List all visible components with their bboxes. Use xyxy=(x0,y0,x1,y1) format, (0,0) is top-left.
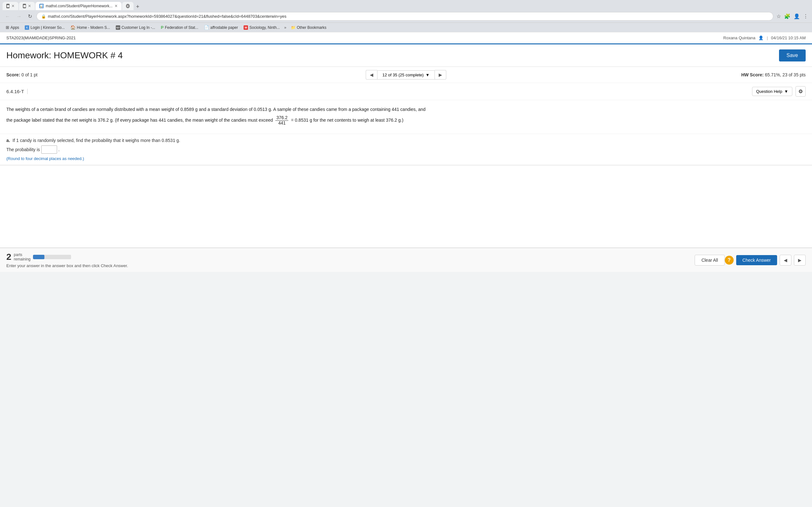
fraction-denominator: 441 xyxy=(277,121,287,125)
question-header: 6.4.16-T Question Help ▼ ⚙ xyxy=(0,83,812,100)
address-bar-icons: ☆ 🧩 👤 ⋮ xyxy=(776,13,809,20)
bookmark-apps[interactable]: ⊞ Apps xyxy=(3,24,21,31)
bookmark-affrodable[interactable]: 📄 affrodable paper xyxy=(201,24,241,31)
bookmark-sociology[interactable]: M Sociology, Ninth... xyxy=(241,24,282,31)
bookmark-kinnser-label: Login | Kinnser So... xyxy=(31,25,65,30)
apps-icon: ⊞ xyxy=(6,25,9,30)
part-a-question: If 1 candy is randomly selected, find th… xyxy=(13,138,180,143)
reload-button[interactable]: ↻ xyxy=(26,13,34,20)
question-text-line2: the package label stated that the net we… xyxy=(6,115,806,125)
fraction-numerator: 376.2 xyxy=(275,115,288,120)
question-help-button[interactable]: Question Help ▼ xyxy=(752,87,792,96)
score-label: Score: xyxy=(6,72,20,77)
tab-4[interactable]: ● xyxy=(122,2,134,10)
answer-line: The probability is . xyxy=(6,146,806,154)
bookmarks-bar: ⊞ Apps K Login | Kinnser So... 🏠 Home - … xyxy=(0,23,812,32)
kinnser-icon: K xyxy=(25,25,29,30)
bookmarks-more[interactable]: » xyxy=(283,25,288,30)
bookmark-other-label: Other Bookmarks xyxy=(297,25,326,30)
footer-instruction-text: Enter your answer in the answer box and … xyxy=(6,263,695,268)
question-part-a: a. If 1 candy is randomly selected, find… xyxy=(0,134,812,165)
bookmark-federation[interactable]: P Federation of Stat... xyxy=(158,24,201,31)
tab-2[interactable]: ▦ ✕ xyxy=(19,2,35,10)
help-button[interactable]: ? xyxy=(725,256,734,265)
round-note: (Round to four decimal places as needed.… xyxy=(6,156,806,161)
lock-icon: 🔒 xyxy=(41,14,46,19)
footer: 2 parts remaining Enter your answer in t… xyxy=(0,248,812,272)
bookmark-other[interactable]: 📁 Other Bookmarks xyxy=(288,24,329,31)
question-page-label: 12 of 35 (25 complete) xyxy=(383,72,424,77)
question-area: 6.4.16-T Question Help ▼ ⚙ The weights o… xyxy=(0,83,812,165)
bookmark-sociology-label: Sociology, Ninth... xyxy=(249,25,280,30)
hw-score-label: HW Score: xyxy=(741,72,764,77)
username: Roxana Quintana xyxy=(723,36,755,40)
bookmark-apps-label: Apps xyxy=(10,25,19,30)
footer-instruction: 2 parts remaining Enter your answer in t… xyxy=(6,252,695,268)
question-navigation: ◀ 12 of 35 (25 complete) ▼ ▶ xyxy=(366,70,447,79)
star-icon[interactable]: ☆ xyxy=(776,13,781,20)
bookmark-customer[interactable]: apr Customer Log In -... xyxy=(113,24,158,31)
hw-score-value: 65.71%, 23 of 35 pts xyxy=(765,72,806,77)
next-question-button[interactable]: ▶ xyxy=(435,70,446,79)
footer-right: ? Check Answer ◀ ▶ xyxy=(725,255,806,266)
bookmark-home[interactable]: 🏠 Home - Modern S... xyxy=(68,24,113,31)
question-body: The weights of a certain brand of candie… xyxy=(0,100,812,134)
federation-icon: P xyxy=(161,25,164,30)
url-bar[interactable]: 🔒 mathxl.com/Student/PlayerHomework.aspx… xyxy=(37,12,773,20)
homework-header: Homework: HOMEWORK # 4 Save xyxy=(0,44,812,67)
answer-suffix: . xyxy=(58,147,60,152)
score-section: Score: 0 of 1 pt xyxy=(6,72,366,77)
chevron-down-icon: ▼ xyxy=(426,72,430,77)
site-header: STA2023(MIAMIDADE)SPRING-2021 Roxana Qui… xyxy=(0,32,812,44)
back-button[interactable]: ← xyxy=(3,13,12,20)
address-bar: ← → ↻ 🔒 mathxl.com/Student/PlayerHomewor… xyxy=(0,10,812,23)
answer-input[interactable] xyxy=(41,146,57,154)
hw-score-section: HW Score: 65.71%, 23 of 35 pts xyxy=(446,72,806,77)
tab-bar: ▦ ✕ ▦ ✕ 📊 mathxl.com/Student/PlayerHomew… xyxy=(3,2,809,10)
tab-4-icon: ● xyxy=(126,4,130,8)
home-icon: 🏠 xyxy=(70,25,75,30)
clear-all-button[interactable]: Clear All xyxy=(695,255,724,266)
question-text-line2-b: = 0.8531 g for the net contents to weigh… xyxy=(291,118,403,123)
answer-prefix: The probability is xyxy=(6,147,40,152)
bookmark-kinnser[interactable]: K Login | Kinnser So... xyxy=(22,24,67,31)
tab-1[interactable]: ▦ ✕ xyxy=(3,2,18,10)
tab-1-icon: ▦ xyxy=(6,4,9,8)
menu-icon[interactable]: ⋮ xyxy=(803,13,809,20)
user-info: Roxana Quintana 👤 | 04/16/21 10:15 AM xyxy=(723,36,806,40)
tab-3-close[interactable]: ✕ xyxy=(114,4,118,8)
question-text-line1: The weights of a certain brand of candie… xyxy=(6,106,806,113)
progress-bar xyxy=(33,255,71,259)
save-button[interactable]: Save xyxy=(779,49,806,61)
sociology-icon: M xyxy=(244,25,248,30)
add-tab-button[interactable]: + xyxy=(134,3,142,10)
extension-icon[interactable]: 🧩 xyxy=(783,13,791,20)
score-value: 0 of 1 pt xyxy=(21,72,38,77)
question-help-label: Question Help xyxy=(756,89,782,94)
parts-remaining: 2 parts remaining xyxy=(6,252,71,262)
parts-text: parts remaining xyxy=(14,252,31,262)
bookmark-customer-label: Customer Log In -... xyxy=(121,25,155,30)
profile-icon[interactable]: 👤 xyxy=(793,13,801,20)
header-divider: | xyxy=(767,36,768,40)
check-answer-button[interactable]: Check Answer xyxy=(736,255,777,265)
question-page-button[interactable]: 12 of 35 (25 complete) ▼ xyxy=(377,70,435,79)
forward-button[interactable]: → xyxy=(14,13,23,20)
footer-prev-button[interactable]: ◀ xyxy=(780,255,792,266)
folder-icon: 📁 xyxy=(291,25,296,30)
bookmark-affrodable-label: affrodable paper xyxy=(210,25,238,30)
prev-question-button[interactable]: ◀ xyxy=(366,70,377,79)
parts-label2: remaining xyxy=(14,257,31,262)
content-spacer xyxy=(0,165,812,248)
tab-3-active[interactable]: 📊 mathxl.com/Student/PlayerHomework... ✕ xyxy=(36,2,121,10)
user-icon: 👤 xyxy=(758,36,763,40)
parts-label1: parts xyxy=(14,252,31,257)
bookmark-federation-label: Federation of Stat... xyxy=(165,25,198,30)
tab-1-close[interactable]: ✕ xyxy=(11,4,14,8)
tab-2-close[interactable]: ✕ xyxy=(28,4,31,8)
question-header-right: Question Help ▼ ⚙ xyxy=(752,86,806,97)
tab-3-icon: 📊 xyxy=(39,4,44,8)
footer-next-button[interactable]: ▶ xyxy=(794,255,806,266)
datetime: 04/16/21 10:15 AM xyxy=(771,36,806,40)
settings-button[interactable]: ⚙ xyxy=(796,86,806,97)
